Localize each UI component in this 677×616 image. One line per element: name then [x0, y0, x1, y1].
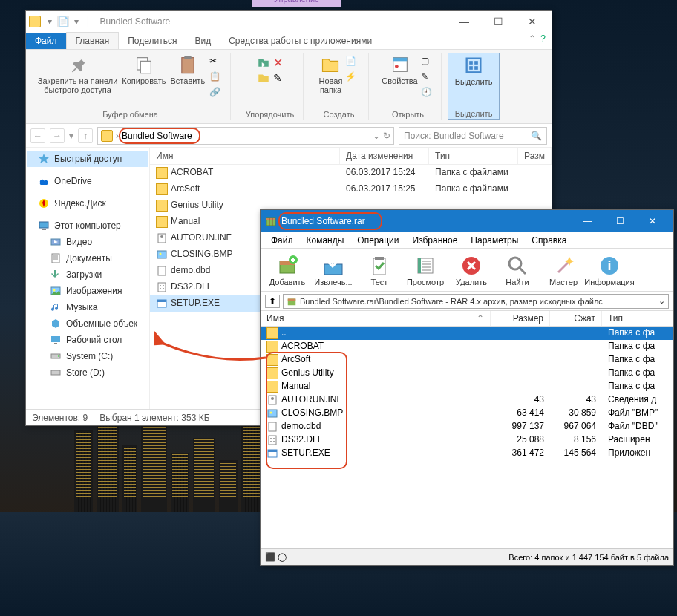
svg-rect-2 — [182, 58, 194, 73]
edit-icon[interactable]: ✎ — [421, 71, 434, 85]
file-row[interactable]: AUTORUN.INF4343Сведения д — [261, 393, 673, 407]
tab-app-tools[interactable]: Средства работы с приложениями — [220, 33, 381, 49]
qat-icon[interactable]: ▾ — [44, 16, 56, 27]
tab-view[interactable]: Вид — [186, 33, 220, 49]
address-bar[interactable]: › Bundled Software ⌄ ↻ — [97, 127, 394, 145]
nav-ddrive[interactable]: Store (D:) — [27, 364, 148, 381]
col-name[interactable]: Имя⌃ — [261, 311, 491, 326]
col-type[interactable]: Тип — [429, 148, 518, 164]
address-bar[interactable]: Bundled Software.rar\Bundled Software - … — [283, 294, 669, 309]
file-row[interactable]: demo.dbd997 137967 064Файл "DBD" — [261, 420, 673, 433]
forward-button[interactable]: → — [50, 128, 65, 143]
back-button[interactable]: ← — [30, 128, 45, 143]
qat-props-icon[interactable]: 📄 — [57, 16, 69, 27]
dropdown-icon[interactable]: ⌄ — [373, 131, 380, 141]
menu-commands[interactable]: Команды — [301, 234, 350, 247]
test-button[interactable]: Тест — [357, 254, 402, 286]
titlebar[interactable]: ▾ 📄 ▾ │ Bundled Software Управление — ☐ … — [26, 11, 552, 32]
menu-help[interactable]: Справка — [526, 234, 572, 247]
new-item-icon[interactable]: 📄 — [345, 56, 359, 69]
search-input[interactable]: Поиск: Bundled Software 🔍 — [399, 127, 547, 145]
file-row[interactable]: Genius UtilityПапка с фа — [261, 367, 673, 380]
file-row[interactable]: DS32.DLL25 0888 156Расширен — [261, 433, 673, 447]
pin-button[interactable]: Закрепить на панели быстрого доступа — [38, 54, 117, 100]
extract-button[interactable]: Извлечь... — [311, 254, 356, 286]
add-button[interactable]: Добавить — [265, 254, 310, 286]
file-row[interactable]: ACROBATПапка с фа — [261, 340, 673, 353]
view-button[interactable]: Просмотр — [403, 254, 448, 286]
select-button[interactable]: Выделить — [455, 55, 493, 86]
file-row[interactable]: ManualПапка с фа — [261, 380, 673, 393]
col-type[interactable]: Тип — [602, 311, 673, 326]
col-size[interactable]: Разм — [518, 148, 552, 164]
copy-to-button[interactable] — [257, 71, 270, 85]
properties-button[interactable]: Свойства — [382, 54, 417, 100]
nav-downloads[interactable]: Загрузки — [27, 266, 148, 283]
status-total: Всего: 4 папок и 1 447 154 байт в 5 файл… — [508, 553, 669, 562]
nav-pane[interactable]: Быстрый доступ OneDrive Яндекс.Диск Этот… — [26, 148, 150, 409]
menu-file[interactable]: Файл — [265, 234, 299, 247]
cut-icon[interactable]: ✂ — [209, 56, 223, 69]
dropdown-icon[interactable]: ⌄ — [658, 296, 665, 306]
menu-operations[interactable]: Операции — [351, 234, 405, 247]
copy-path-icon[interactable]: 📋 — [209, 71, 223, 85]
find-button[interactable]: Найти — [495, 254, 540, 286]
ribbon-tabs: Файл Главная Поделиться Вид Средства раб… — [26, 32, 552, 50]
file-row[interactable]: SETUP.EXE361 472145 564Приложен — [261, 447, 673, 460]
history-icon[interactable]: 🕘 — [421, 87, 434, 100]
menu-options[interactable]: Параметры — [465, 234, 524, 247]
qat-dropdown-icon[interactable]: ▾ — [71, 16, 82, 27]
close-button[interactable]: ✕ — [516, 13, 549, 30]
maximize-button[interactable]: ☐ — [482, 13, 514, 30]
tab-home[interactable]: Главная — [66, 32, 120, 49]
nav-video[interactable]: Видео — [27, 234, 148, 250]
ribbon-collapse-icon[interactable]: ⌃ — [529, 33, 536, 44]
help-icon[interactable]: ? — [540, 33, 546, 44]
open-icon[interactable]: ▢ — [421, 56, 434, 69]
nav-docs[interactable]: Документы — [27, 250, 148, 266]
menu-favorites[interactable]: Избранное — [407, 234, 464, 247]
paste-shortcut-icon[interactable]: 🔗 — [209, 87, 223, 100]
parent-folder-row[interactable]: .. Папка с фа — [261, 327, 673, 340]
breadcrumb[interactable]: Bundled Software — [122, 131, 192, 141]
nav-cdrive[interactable]: System (C:) — [27, 348, 148, 364]
file-row[interactable]: ACROBAT06.03.2017 15:24Папка с файлами — [150, 165, 552, 181]
file-row[interactable]: ArcSoft06.03.2017 15:25Папка с файлами — [150, 181, 552, 197]
copy-button[interactable]: Копировать — [122, 54, 166, 100]
col-name[interactable]: Имя — [150, 148, 340, 164]
recent-dropdown-icon[interactable]: ▾ — [69, 131, 73, 141]
wizard-button[interactable]: Мастер — [541, 254, 586, 286]
nav-yandex[interactable]: Яндекс.Диск — [27, 195, 148, 212]
close-button[interactable]: ✕ — [636, 211, 669, 232]
delete-button[interactable]: ✕ — [273, 56, 283, 70]
up-button[interactable]: ↑ — [78, 128, 93, 143]
nav-pictures[interactable]: Изображения — [27, 283, 148, 299]
tab-file[interactable]: Файл — [26, 33, 66, 49]
nav-desktop[interactable]: Рабочий стол — [27, 332, 148, 348]
nav-music[interactable]: Музыка — [27, 299, 148, 315]
col-size[interactable]: Размер — [491, 311, 550, 326]
file-list[interactable]: Имя⌃ Размер Сжат Тип .. Папка с фа ACROB… — [261, 311, 673, 548]
nav-onedrive[interactable]: OneDrive — [27, 173, 148, 189]
titlebar[interactable]: Bundled Software.rar — ☐ ✕ — [261, 210, 673, 232]
paste-button[interactable]: Вставить — [171, 54, 206, 100]
delete-button[interactable]: Удалить — [449, 254, 494, 286]
minimize-button[interactable]: — — [448, 13, 480, 30]
new-folder-button[interactable]: Новая папка — [319, 54, 343, 94]
nav-3d[interactable]: Объемные объек — [27, 315, 148, 332]
nav-this-pc[interactable]: Этот компьютер — [27, 217, 148, 234]
info-button[interactable]: iИнформация — [587, 254, 632, 286]
rename-button[interactable]: ✎ — [273, 72, 283, 84]
easy-access-icon[interactable]: ⚡ — [345, 71, 359, 85]
file-row[interactable]: CLOSING.BMP63 41430 859Файл "BMP" — [261, 407, 673, 420]
maximize-button[interactable]: ☐ — [604, 211, 636, 232]
file-row[interactable]: ArcSoftПапка с фа — [261, 353, 673, 367]
up-button[interactable]: ⬆ — [265, 295, 280, 308]
move-to-button[interactable] — [257, 56, 270, 69]
minimize-button[interactable]: — — [571, 211, 604, 232]
col-date[interactable]: Дата изменения — [340, 148, 429, 164]
nav-quick-access[interactable]: Быстрый доступ — [27, 151, 148, 167]
refresh-icon[interactable]: ↻ — [383, 131, 390, 141]
tab-share[interactable]: Поделиться — [119, 33, 186, 49]
col-packed[interactable]: Сжат — [550, 311, 602, 326]
